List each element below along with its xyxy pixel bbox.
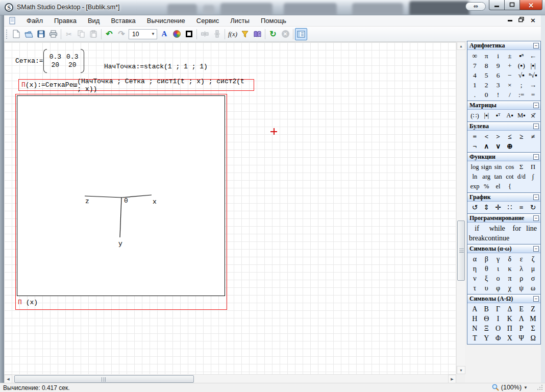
vertical-scrollbar[interactable]: ▲ ▼ [456, 42, 465, 374]
cut-button[interactable]: ✂ [63, 28, 75, 40]
palette-symbol[interactable]: 9 [492, 61, 504, 70]
scroll-right-button[interactable]: ▶ [448, 375, 456, 383]
panel-header[interactable]: Программирование − [467, 214, 540, 223]
collapse-button[interactable]: − [533, 154, 539, 160]
palette-symbol[interactable]: Λ [515, 314, 527, 324]
palette-symbol[interactable]: ▪ᵀ [492, 111, 504, 120]
palette-symbol[interactable]: if [469, 224, 485, 233]
worksheet-canvas[interactable]: Сетка:= 0.3 0.3 20 20 НачТочка:=stack(1 … [4, 42, 456, 374]
palette-symbol[interactable]: Α [469, 304, 481, 314]
colors-button[interactable] [170, 28, 183, 40]
collapse-button[interactable]: − [533, 194, 539, 200]
palette-symbol[interactable]: ∞ [469, 51, 481, 61]
align-vertical-button[interactable] [211, 28, 223, 40]
palette-symbol[interactable]: ¬ [469, 141, 481, 151]
menu-item[interactable]: Вставка [105, 16, 141, 26]
palette-symbol[interactable]: tan [492, 172, 504, 182]
font-style-button[interactable]: A [158, 28, 170, 40]
palette-symbol[interactable]: Ν [469, 324, 481, 333]
palette-symbol[interactable]: → [527, 80, 539, 90]
palette-symbol[interactable]: ← [527, 51, 539, 61]
palette-symbol[interactable]: Υ [481, 333, 492, 343]
palette-symbol[interactable]: ⊕ [504, 141, 516, 151]
palette-symbol[interactable]: |▪| [481, 111, 492, 120]
palette-symbol[interactable]: α [469, 254, 481, 264]
panel-header[interactable]: График − [467, 193, 540, 202]
palette-symbol[interactable]: = [527, 90, 539, 100]
matrix-cell[interactable]: 0.3 [49, 53, 61, 61]
palette-symbol[interactable]: Τ [469, 333, 481, 343]
open-button[interactable] [22, 28, 35, 40]
palette-symbol[interactable]: Ε [515, 304, 527, 314]
plot-region[interactable]: z 0 x y П (x) [15, 94, 227, 310]
reference-book-button[interactable]: ? [251, 28, 263, 40]
palette-symbol[interactable]: Μ [527, 314, 539, 324]
stack-assignment[interactable]: НачТочка:=stack(1 ; 1 ; 1) [104, 63, 208, 70]
palette-symbol[interactable]: ✛ [492, 203, 504, 212]
palette-symbol[interactable]: cos [504, 162, 516, 172]
palette-symbol[interactable]: ∷ [504, 203, 516, 212]
palette-symbol[interactable]: ∫ [527, 172, 539, 182]
collapse-button[interactable]: − [533, 103, 539, 108]
save-button[interactable] [35, 28, 47, 40]
menu-item[interactable]: Сервис [191, 16, 225, 26]
palette-symbol[interactable]: := [515, 90, 527, 100]
collapse-button[interactable]: − [533, 215, 539, 221]
redo-button[interactable]: ↷ [115, 28, 128, 40]
palette-symbol[interactable]: Ι [492, 314, 504, 324]
palette-symbol[interactable]: cot [504, 172, 516, 182]
copy-button[interactable] [75, 28, 87, 40]
palette-symbol[interactable]: Π [504, 324, 516, 333]
palette-symbol[interactable]: sign [481, 162, 492, 172]
palette-symbol[interactable]: Φ [492, 333, 504, 343]
palette-symbol[interactable]: continue [485, 233, 509, 243]
paste-button[interactable] [87, 28, 100, 40]
palette-symbol[interactable]: ! [492, 90, 504, 100]
palette-symbol[interactable]: < [481, 132, 492, 141]
palette-symbol[interactable]: |▪| [527, 61, 539, 70]
palette-symbol[interactable]: ×⃗ [527, 111, 539, 120]
palette-symbol[interactable]: ⁿ√▪ [527, 70, 539, 80]
palette-symbol[interactable]: θ [481, 264, 492, 274]
palette-symbol[interactable]: π [504, 274, 516, 283]
palette-symbol[interactable]: ≡ [515, 203, 527, 212]
palette-symbol[interactable]: Β [481, 304, 492, 314]
panel-header[interactable]: Символы (A-Ω) − [467, 295, 540, 303]
palette-symbol[interactable]: el [492, 182, 504, 191]
palette-symbol[interactable]: ζ [527, 254, 539, 264]
palette-symbol[interactable]: π [481, 51, 492, 61]
palette-symbol[interactable]: ↺ [469, 203, 481, 212]
palette-symbol[interactable]: Θ [481, 314, 492, 324]
palette-symbol[interactable]: φ [492, 283, 504, 293]
palette-symbol[interactable]: Η [469, 314, 481, 324]
matrix-cell[interactable]: 20 [49, 61, 61, 69]
palette-symbol[interactable]: / [504, 90, 516, 100]
palette-symbol[interactable]: exp [469, 182, 481, 191]
palette-symbol[interactable]: τ [469, 283, 481, 293]
panel-header[interactable]: Арифметика − [467, 41, 540, 50]
toolbar-grip[interactable] [6, 30, 8, 39]
palette-symbol[interactable]: ≠ [527, 132, 539, 141]
palette-symbol[interactable]: 0 [481, 90, 492, 100]
palette-symbol[interactable]: ψ [515, 283, 527, 293]
title-bar[interactable]: S SMath Studio Desktop - [Bublik.sm*] ⇔ … [0, 0, 545, 15]
menu-item[interactable]: Помощь [255, 16, 292, 26]
palette-symbol[interactable]: i [492, 51, 504, 61]
scroll-up-button[interactable]: ▲ [457, 42, 465, 50]
palette-symbol[interactable]: = [469, 132, 481, 141]
palette-symbol[interactable]: δ [504, 254, 516, 264]
menu-item[interactable]: Вид [82, 16, 106, 26]
palette-symbol[interactable]: 2 [481, 80, 492, 90]
palette-symbol[interactable]: ≤ [504, 132, 516, 141]
palette-symbol[interactable]: − [504, 70, 516, 80]
print-button[interactable] [47, 28, 59, 40]
close-button[interactable]: × [519, 0, 542, 10]
palette-symbol[interactable]: 1 [469, 80, 481, 90]
palette-symbol[interactable]: ρ [515, 274, 527, 283]
palette-symbol[interactable]: ο [492, 274, 504, 283]
align-horizontal-button[interactable] [199, 28, 211, 40]
mdi-close-button[interactable]: × [530, 17, 536, 24]
palette-symbol[interactable]: ∨ [492, 141, 504, 151]
minimize-button[interactable] [489, 0, 505, 10]
side-panel-toggle-button[interactable] [295, 28, 307, 40]
